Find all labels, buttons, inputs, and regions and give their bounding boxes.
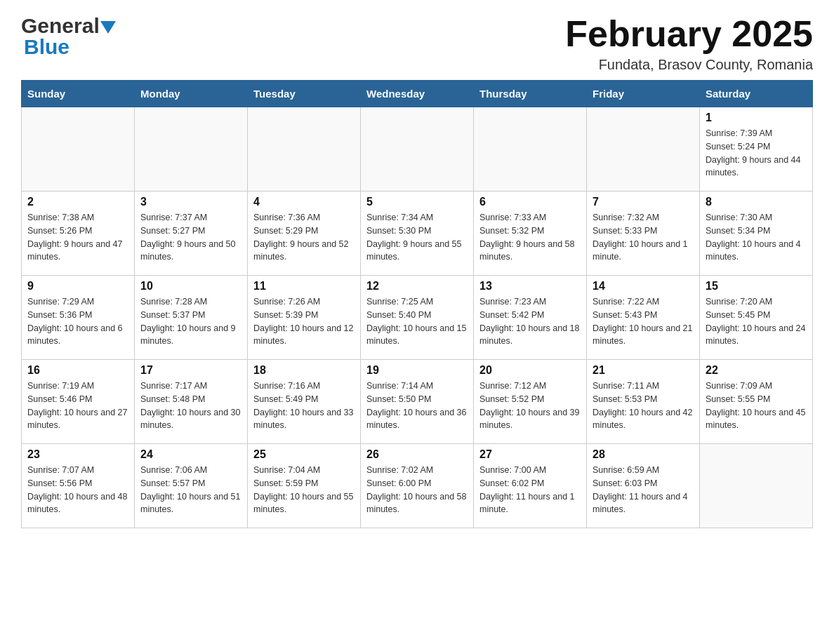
calendar-cell: 5Sunrise: 7:34 AM Sunset: 5:30 PM Daylig… (361, 192, 474, 276)
day-info: Sunrise: 7:29 AM Sunset: 5:36 PM Dayligh… (27, 295, 128, 348)
day-number: 1 (706, 112, 807, 124)
day-number: 18 (253, 364, 355, 377)
logo-blue-text: Blue (24, 35, 70, 59)
calendar-body: 1Sunrise: 7:39 AM Sunset: 5:24 PM Daylig… (22, 107, 813, 528)
calendar-cell: 9Sunrise: 7:29 AM Sunset: 5:36 PM Daylig… (22, 276, 135, 360)
calendar-cell: 19Sunrise: 7:14 AM Sunset: 5:50 PM Dayli… (361, 360, 474, 444)
calendar-cell: 16Sunrise: 7:19 AM Sunset: 5:46 PM Dayli… (22, 360, 135, 444)
calendar-cell: 26Sunrise: 7:02 AM Sunset: 6:00 PM Dayli… (361, 444, 474, 528)
day-info: Sunrise: 7:11 AM Sunset: 5:53 PM Dayligh… (593, 380, 694, 432)
day-header-monday: Monday (135, 81, 248, 107)
day-info: Sunrise: 7:23 AM Sunset: 5:42 PM Dayligh… (479, 295, 581, 348)
day-info: Sunrise: 7:19 AM Sunset: 5:46 PM Dayligh… (27, 380, 128, 432)
day-number: 26 (366, 448, 468, 461)
logo: General Blue (21, 14, 117, 59)
calendar-cell: 27Sunrise: 7:00 AM Sunset: 6:02 PM Dayli… (474, 444, 587, 528)
calendar-cell: 8Sunrise: 7:30 AM Sunset: 5:34 PM Daylig… (700, 192, 813, 276)
day-info: Sunrise: 7:25 AM Sunset: 5:40 PM Dayligh… (366, 295, 468, 348)
day-number: 17 (140, 364, 241, 377)
calendar-cell: 11Sunrise: 7:26 AM Sunset: 5:39 PM Dayli… (248, 276, 361, 360)
calendar-cell: 12Sunrise: 7:25 AM Sunset: 5:40 PM Dayli… (361, 276, 474, 360)
calendar-cell (700, 444, 813, 528)
location-subtitle: Fundata, Brasov County, Romania (565, 57, 813, 73)
days-of-week-row: SundayMondayTuesdayWednesdayThursdayFrid… (22, 81, 813, 107)
calendar-cell: 4Sunrise: 7:36 AM Sunset: 5:29 PM Daylig… (248, 192, 361, 276)
calendar-table: SundayMondayTuesdayWednesdayThursdayFrid… (21, 80, 813, 528)
day-number: 9 (27, 280, 128, 293)
day-header-saturday: Saturday (700, 81, 813, 107)
day-info: Sunrise: 7:22 AM Sunset: 5:43 PM Dayligh… (593, 295, 694, 348)
day-number: 24 (140, 448, 241, 461)
calendar-cell: 1Sunrise: 7:39 AM Sunset: 5:24 PM Daylig… (700, 107, 813, 192)
day-header-wednesday: Wednesday (361, 81, 474, 107)
day-info: Sunrise: 7:04 AM Sunset: 5:59 PM Dayligh… (253, 464, 355, 516)
day-number: 21 (593, 364, 694, 377)
day-info: Sunrise: 7:38 AM Sunset: 5:26 PM Dayligh… (27, 211, 128, 264)
logo-general-text: General (21, 14, 100, 38)
calendar-cell: 22Sunrise: 7:09 AM Sunset: 5:55 PM Dayli… (700, 360, 813, 444)
day-number: 2 (27, 196, 128, 208)
day-number: 19 (366, 364, 468, 377)
day-number: 7 (593, 196, 694, 208)
day-number: 8 (706, 196, 807, 208)
calendar-cell: 20Sunrise: 7:12 AM Sunset: 5:52 PM Dayli… (474, 360, 587, 444)
calendar-cell: 28Sunrise: 6:59 AM Sunset: 6:03 PM Dayli… (587, 444, 700, 528)
calendar-cell (361, 107, 474, 192)
calendar-cell: 25Sunrise: 7:04 AM Sunset: 5:59 PM Dayli… (248, 444, 361, 528)
calendar-cell (587, 107, 700, 192)
calendar-cell: 10Sunrise: 7:28 AM Sunset: 5:37 PM Dayli… (135, 276, 248, 360)
day-number: 28 (593, 448, 694, 461)
calendar-week-1: 1Sunrise: 7:39 AM Sunset: 5:24 PM Daylig… (22, 107, 813, 192)
day-number: 5 (366, 196, 468, 208)
month-title: February 2025 (565, 14, 813, 54)
day-number: 23 (27, 448, 128, 461)
day-info: Sunrise: 7:37 AM Sunset: 5:27 PM Dayligh… (140, 211, 241, 264)
calendar-cell: 23Sunrise: 7:07 AM Sunset: 5:56 PM Dayli… (22, 444, 135, 528)
day-info: Sunrise: 7:30 AM Sunset: 5:34 PM Dayligh… (706, 211, 807, 264)
day-number: 14 (593, 280, 694, 293)
calendar-cell: 21Sunrise: 7:11 AM Sunset: 5:53 PM Dayli… (587, 360, 700, 444)
day-info: Sunrise: 7:34 AM Sunset: 5:30 PM Dayligh… (366, 211, 468, 264)
day-info: Sunrise: 7:12 AM Sunset: 5:52 PM Dayligh… (479, 380, 581, 432)
day-number: 27 (479, 448, 581, 461)
day-info: Sunrise: 7:26 AM Sunset: 5:39 PM Dayligh… (253, 295, 355, 348)
calendar-week-2: 2Sunrise: 7:38 AM Sunset: 5:26 PM Daylig… (22, 192, 813, 276)
title-section: February 2025 Fundata, Brasov County, Ro… (565, 14, 813, 73)
calendar-cell: 17Sunrise: 7:17 AM Sunset: 5:48 PM Dayli… (135, 360, 248, 444)
day-number: 25 (253, 448, 355, 461)
calendar-cell (474, 107, 587, 192)
calendar-cell: 6Sunrise: 7:33 AM Sunset: 5:32 PM Daylig… (474, 192, 587, 276)
day-info: Sunrise: 7:07 AM Sunset: 5:56 PM Dayligh… (27, 464, 128, 516)
calendar-cell: 13Sunrise: 7:23 AM Sunset: 5:42 PM Dayli… (474, 276, 587, 360)
calendar-header: SundayMondayTuesdayWednesdayThursdayFrid… (22, 81, 813, 107)
day-number: 22 (706, 364, 807, 377)
calendar-cell: 2Sunrise: 7:38 AM Sunset: 5:26 PM Daylig… (22, 192, 135, 276)
day-header-friday: Friday (587, 81, 700, 107)
day-info: Sunrise: 7:16 AM Sunset: 5:49 PM Dayligh… (253, 380, 355, 432)
day-info: Sunrise: 7:20 AM Sunset: 5:45 PM Dayligh… (706, 295, 807, 348)
calendar-cell (135, 107, 248, 192)
day-number: 16 (27, 364, 128, 377)
day-number: 11 (253, 280, 355, 293)
calendar-cell: 3Sunrise: 7:37 AM Sunset: 5:27 PM Daylig… (135, 192, 248, 276)
calendar-cell: 14Sunrise: 7:22 AM Sunset: 5:43 PM Dayli… (587, 276, 700, 360)
day-info: Sunrise: 7:17 AM Sunset: 5:48 PM Dayligh… (140, 380, 241, 432)
day-header-sunday: Sunday (22, 81, 135, 107)
day-info: Sunrise: 7:02 AM Sunset: 6:00 PM Dayligh… (366, 464, 468, 516)
day-info: Sunrise: 7:14 AM Sunset: 5:50 PM Dayligh… (366, 380, 468, 432)
day-header-tuesday: Tuesday (248, 81, 361, 107)
calendar-cell: 18Sunrise: 7:16 AM Sunset: 5:49 PM Dayli… (248, 360, 361, 444)
day-info: Sunrise: 7:36 AM Sunset: 5:29 PM Dayligh… (253, 211, 355, 264)
day-info: Sunrise: 7:28 AM Sunset: 5:37 PM Dayligh… (140, 295, 241, 348)
calendar-cell: 24Sunrise: 7:06 AM Sunset: 5:57 PM Dayli… (135, 444, 248, 528)
calendar-week-4: 16Sunrise: 7:19 AM Sunset: 5:46 PM Dayli… (22, 360, 813, 444)
day-info: Sunrise: 7:09 AM Sunset: 5:55 PM Dayligh… (706, 380, 807, 432)
day-number: 6 (479, 196, 581, 208)
calendar-week-3: 9Sunrise: 7:29 AM Sunset: 5:36 PM Daylig… (22, 276, 813, 360)
logo-triangle-icon (100, 21, 116, 34)
day-number: 20 (479, 364, 581, 377)
day-number: 4 (253, 196, 355, 208)
day-number: 10 (140, 280, 241, 293)
day-number: 3 (140, 196, 241, 208)
day-number: 12 (366, 280, 468, 293)
